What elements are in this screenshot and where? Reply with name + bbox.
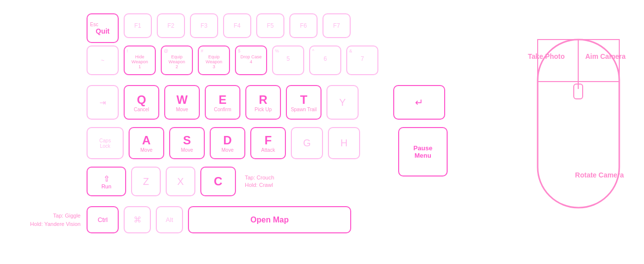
key-4[interactable]: $ Drop Case4 xyxy=(235,45,267,75)
key-5[interactable]: % 5 xyxy=(272,45,304,75)
f6-key[interactable]: F6 xyxy=(289,13,318,38)
open-map-key[interactable]: Open Map xyxy=(188,206,351,233)
shift-key[interactable]: ⇧ Run xyxy=(87,167,126,196)
enter-key[interactable]: ↵ xyxy=(393,85,445,120)
key-7[interactable]: & 7 xyxy=(346,45,378,75)
key-c[interactable]: C xyxy=(200,167,236,196)
key-h[interactable]: H xyxy=(328,127,360,159)
f5-key[interactable]: F5 xyxy=(256,13,284,38)
key-r[interactable]: R Pick Up xyxy=(245,85,281,120)
key-3[interactable]: # Equip Weapon3 xyxy=(198,45,230,75)
backtick-key[interactable]: ~ xyxy=(87,45,119,75)
giggle-yandere-label: Tap: GiggleHold: Yandere Vision xyxy=(10,206,83,233)
key-w[interactable]: W Move xyxy=(164,85,200,120)
key-6[interactable]: ^ 6 xyxy=(309,45,341,75)
mouse-svg xyxy=(520,12,637,245)
f4-key[interactable]: F4 xyxy=(223,13,251,38)
key-g[interactable]: G xyxy=(291,127,323,159)
f2-key[interactable]: F2 xyxy=(157,13,185,38)
key-1[interactable]: ! Hide Weapon1 xyxy=(124,45,156,75)
f3-key[interactable]: F3 xyxy=(190,13,218,38)
key-x[interactable]: X xyxy=(166,167,195,196)
key-t[interactable]: T Spawn Trail xyxy=(286,85,322,120)
take-photo-label: Take Photo xyxy=(520,52,572,61)
esc-key[interactable]: Esc Quit xyxy=(87,13,119,43)
key-d[interactable]: D Move xyxy=(210,127,245,159)
f7-key[interactable]: F7 xyxy=(322,13,351,38)
esc-main-label: Quit xyxy=(96,27,110,35)
caps-lock-key[interactable]: CapsLock xyxy=(87,127,124,159)
key-q[interactable]: Q Cancel xyxy=(124,85,159,120)
mouse-container: Take Photo Aim Camera Rotate Camera xyxy=(520,12,637,245)
key-y[interactable]: Y xyxy=(326,85,359,120)
win-key[interactable]: ⌘ xyxy=(124,206,151,233)
key-2[interactable]: @ Equip Weapon2 xyxy=(161,45,193,75)
key-f[interactable]: F Attack xyxy=(250,127,286,159)
ctrl-key[interactable]: Ctrl xyxy=(87,206,119,233)
key-e[interactable]: E Confirm xyxy=(205,85,240,120)
rotate-camera-label: Rotate Camera xyxy=(565,171,634,179)
key-s[interactable]: S Move xyxy=(169,127,205,159)
aim-camera-label: Aim Camera xyxy=(576,52,635,61)
crouch-crawl-label: Tap: CrouchHold: Crawl xyxy=(241,167,315,196)
key-a[interactable]: A Move xyxy=(129,127,164,159)
key-z[interactable]: Z xyxy=(131,167,161,196)
alt-key[interactable]: Alt xyxy=(156,206,183,233)
pause-menu-key[interactable]: PauseMenu xyxy=(398,127,448,176)
esc-top-label: Esc xyxy=(90,22,98,27)
tab-key[interactable]: ⇥ xyxy=(87,85,119,120)
f1-key[interactable]: F1 xyxy=(124,13,152,38)
